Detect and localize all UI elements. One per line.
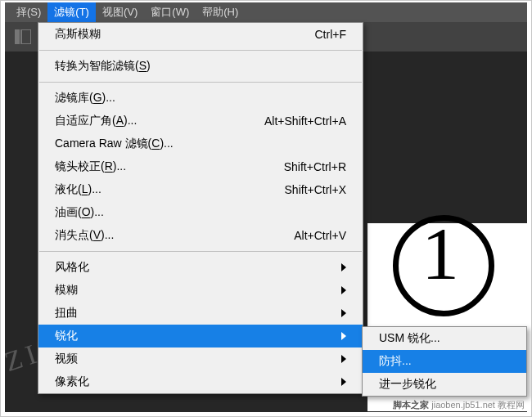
svg-rect-0	[15, 29, 20, 44]
watermark-footer: 脚本之家 jiaoben.jb51.net 教程网	[393, 399, 525, 411]
menu-view[interactable]: 视图(V)	[96, 2, 144, 22]
menu-separator	[39, 50, 362, 51]
menu-item-camera-raw[interactable]: Camera Raw 滤镜(C)...	[38, 132, 363, 155]
menu-help[interactable]: 帮助(H)	[196, 2, 245, 22]
menu-item-usm-sharpen[interactable]: USM 锐化...	[363, 327, 526, 350]
svg-rect-1	[21, 29, 31, 44]
menu-select[interactable]: 择(S)	[10, 2, 47, 22]
menu-item-last-filter[interactable]: 高斯模糊 Ctrl+F	[38, 23, 363, 46]
panel-icon	[15, 29, 31, 44]
handwritten-annotation: 1	[393, 215, 494, 316]
menu-item-blur[interactable]: 模糊	[38, 279, 363, 302]
screenshot-root: 择(S) 滤镜(T) 视图(V) 窗口(W) 帮助(H) 1 SSROO NZI…	[0, 0, 532, 417]
sharpen-submenu: USM 锐化... 防抖... 进一步锐化	[362, 326, 527, 397]
menu-item-vanishing-point[interactable]: 消失点(V)...Alt+Ctrl+V	[38, 224, 363, 247]
menu-item-smart-filter[interactable]: 转换为智能滤镜(S)	[38, 55, 363, 78]
menu-item-stylize[interactable]: 风格化	[38, 256, 363, 279]
menu-item-shake-reduction[interactable]: 防抖...	[363, 350, 526, 373]
menu-item-filter-gallery[interactable]: 滤镜库(G)...	[38, 87, 363, 110]
menu-item-video[interactable]: 视频	[38, 348, 363, 370]
menu-item-distort[interactable]: 扭曲	[38, 302, 363, 325]
filter-menu: 高斯模糊 Ctrl+F 转换为智能滤镜(S) 滤镜库(G)... 自适应广角(A…	[38, 22, 363, 394]
menu-item-lens-correction[interactable]: 镜头校正(R)...Shift+Ctrl+R	[38, 155, 363, 178]
menu-separator	[39, 82, 362, 83]
menu-item-adaptive-wide-angle[interactable]: 自适应广角(A)...Alt+Shift+Ctrl+A	[38, 110, 363, 132]
annotation-number: 1	[422, 216, 459, 291]
menu-window[interactable]: 窗口(W)	[144, 2, 196, 22]
menu-item-pixelate[interactable]: 像素化	[38, 370, 363, 393]
menu-item-sharpen-more[interactable]: 进一步锐化	[363, 373, 526, 396]
menu-separator	[39, 251, 362, 252]
menu-item-oil-paint[interactable]: 油画(O)...	[38, 201, 363, 224]
menu-item-sharpen[interactable]: 锐化	[38, 325, 363, 348]
menu-filter[interactable]: 滤镜(T)	[47, 2, 96, 22]
menubar: 择(S) 滤镜(T) 视图(V) 窗口(W) 帮助(H)	[5, 2, 527, 22]
menu-item-liquify[interactable]: 液化(L)...Shift+Ctrl+X	[38, 178, 363, 201]
